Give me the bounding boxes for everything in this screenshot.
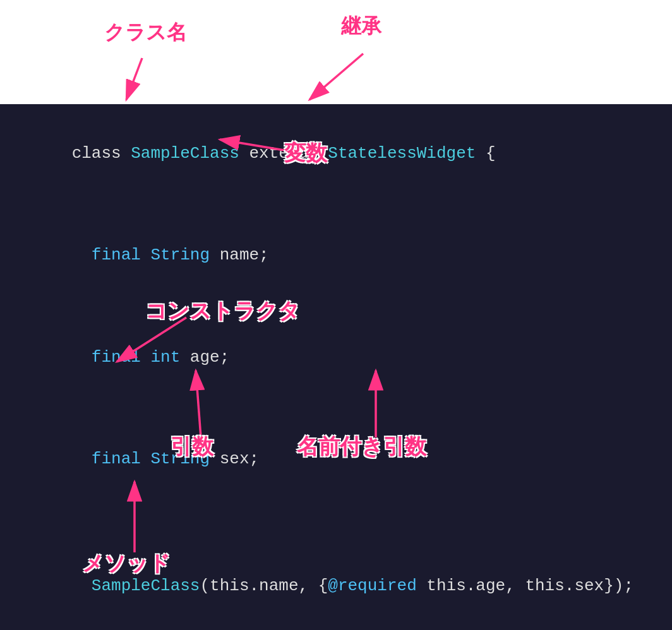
annotation-area: クラス名 継承 <box>0 0 672 104</box>
class-name-token: SampleClass <box>131 144 249 163</box>
variable-label: 変数 <box>284 139 327 168</box>
var-name-3: sex; <box>210 449 259 468</box>
keyword-final-1: final <box>72 246 151 264</box>
keyword-final-2: final <box>72 348 151 367</box>
constructor-name: SampleClass <box>72 576 200 595</box>
top-arrows <box>0 0 672 104</box>
svg-line-2 <box>309 54 363 100</box>
class-name-label: クラス名 <box>104 19 187 47</box>
paren-open: ( <box>200 576 210 595</box>
code-area: class SampleClass extends StatelessWidge… <box>0 104 672 630</box>
method-label: メソッド <box>82 549 171 578</box>
constructor-label: コンストラクタ <box>145 297 300 326</box>
named-args-label: 名前付き引数 <box>297 432 426 461</box>
code-blank-4 <box>0 497 672 522</box>
code-blank-3 <box>0 395 672 420</box>
code-blank-6 <box>0 624 672 630</box>
base-class-token: StatelessWidget <box>328 144 476 163</box>
code-line-2: final String name; <box>0 217 672 294</box>
var-name-1: name; <box>210 246 269 264</box>
type-string-1: String <box>150 246 210 264</box>
code-line-3: final int age; <box>0 319 672 395</box>
inheritance-label: 継承 <box>341 13 381 40</box>
brace-open: { <box>476 144 495 163</box>
var-name-2: age; <box>180 348 229 367</box>
svg-line-1 <box>126 58 142 100</box>
args-label: 引数 <box>171 432 213 461</box>
code-blank-2 <box>0 294 672 319</box>
this-name: this.name, { <box>210 576 328 595</box>
code-line-1: class SampleClass extends StatelessWidge… <box>0 116 672 192</box>
keyword-final-3: final <box>72 449 151 468</box>
code-blank-5 <box>0 523 672 548</box>
this-age: this.age, this.sex}); <box>417 576 633 595</box>
code-blank-1 <box>0 192 672 217</box>
keyword-required: @required <box>328 576 416 595</box>
type-int: int <box>150 348 180 367</box>
keyword-class: class <box>72 144 131 163</box>
